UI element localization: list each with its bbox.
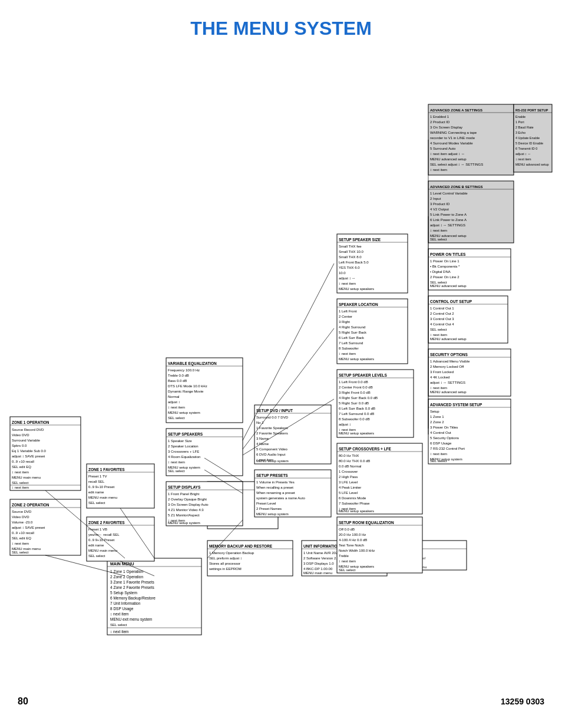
doc-number: 13259 0303 — [501, 697, 544, 706]
svg-text:7 RS-232 Control Port: 7 RS-232 Control Port — [430, 447, 465, 450]
svg-text:Surround  Variable: Surround Variable — [12, 439, 41, 442]
svg-text:4 V2 Output: 4 V2 Output — [430, 207, 449, 211]
svg-text:2 Baud Rate: 2 Baud Rate — [515, 126, 534, 129]
svg-text:2 Center: 2 Center — [339, 315, 352, 318]
svg-text:6 Left Surr Back  0.0 dB: 6 Left Surr Back 0.0 dB — [339, 407, 375, 410]
svg-text:1 Volume in Presets  Yes: 1 Volume in Presets Yes — [256, 480, 295, 484]
svg-text:ZONE 2 OPERATION: ZONE 2 OPERATION — [12, 503, 49, 507]
svg-text:adjust ↕ ↔: adjust ↕ ↔ — [339, 276, 355, 280]
menu-system-diagram: MAIN MENU 1 Zone 1 Operation 2 Zone 2 Op… — [7, 45, 555, 682]
svg-text:↕ next item: ↕ next item — [515, 157, 531, 161]
svg-text:settings in EEPROM: settings in EEPROM — [209, 567, 242, 571]
speaker-size-box: SETUP SPEAKER SIZE Small THX fee Small T… — [337, 234, 408, 293]
svg-text:4 Room Equalization: 4 Room Equalization — [168, 455, 200, 459]
page-container: THE MENU SYSTEM MAIN MENU 1 Zone 1 Opera… — [0, 0, 562, 728]
svg-text:Stores all processor: Stores all processor — [209, 562, 240, 565]
svg-text:ADVANCED ZONE B SETTINGS: ADVANCED ZONE B SETTINGS — [430, 185, 483, 189]
svg-text:4 Zone 2 Favorite Presets: 4 Zone 2 Favorite Presets — [110, 585, 155, 589]
svg-text:80.0 Hz THX: 80.0 Hz THX — [339, 454, 359, 457]
svg-text:7 Unit Information: 7 Unit Information — [110, 601, 141, 605]
svg-text:1 Unit Name  AVR 202+: 1 Unit Name AVR 202+ — [303, 551, 340, 555]
svg-text:2 Power On Line 2: 2 Power On Line 2 — [430, 275, 459, 279]
svg-text:5 Device ID  Enable: 5 Device ID Enable — [515, 141, 543, 145]
svg-text:SETUP SPEAKER LEVELS: SETUP SPEAKER LEVELS — [339, 373, 388, 377]
svg-text:4 Right Surr Back  0.0 dB: 4 Right Surr Back 0.0 dB — [339, 396, 378, 400]
svg-text:POWER ON TITLES: POWER ON TITLES — [430, 252, 466, 256]
svg-text:1 Control Out 1: 1 Control Out 1 — [430, 307, 454, 310]
svg-text:2 Overlay   Opaque Bright: 2 Overlay Opaque Bright — [168, 498, 207, 501]
svg-text:Normal: Normal — [168, 395, 179, 398]
svg-text:8 Subwoofer  0.0 dB: 8 Subwoofer 0.0 dB — [339, 417, 370, 421]
svg-text:ZONE 2 FAVORITES: ZONE 2 FAVORITES — [88, 521, 125, 525]
svg-text:8 Subwoofer: 8 Subwoofer — [339, 347, 359, 350]
svg-text:3 Product ID: 3 Product ID — [430, 202, 450, 206]
svg-text:SETUP SPEAKERS: SETUP SPEAKERS — [168, 432, 203, 436]
svg-text:4 Z1 Monitor Video   4:3: 4 Z1 Monitor Video 4:3 — [168, 508, 204, 512]
svg-text:Test Tone  Notch: Test Tone Notch — [339, 543, 364, 547]
svg-text:adjust ↕: adjust ↕ — [339, 423, 351, 426]
svg-text:6 DVD Audio Input: 6 DVD Audio Input — [256, 453, 286, 456]
svg-text:2 Favorite Speakers: 2 Favorite Speakers — [256, 431, 288, 435]
svg-text:ADVANCED ZONE A SETTINGS: ADVANCED ZONE A SETTINGS — [430, 108, 482, 112]
svg-text:2 Preset Names: 2 Preset Names — [256, 507, 282, 510]
svg-text:MENU main menu: MENU main menu — [12, 476, 41, 479]
svg-text:SETUP SPEAKER SIZE: SETUP SPEAKER SIZE — [339, 238, 381, 242]
svg-text:Enable: Enable — [515, 115, 525, 118]
svg-text:When recalling a preset: When recalling a preset — [256, 486, 293, 489]
svg-text:MENU setup speakers: MENU setup speakers — [339, 431, 374, 435]
svg-text:1 Favorite Speakers: 1 Favorite Speakers — [256, 426, 288, 430]
svg-text:5 Right Surr Back: 5 Right Surr Back — [339, 331, 367, 334]
svg-text:MENU advanced setup: MENU advanced setup — [430, 337, 467, 341]
svg-text:↕ next item: ↕ next item — [110, 630, 128, 634]
svg-text:Spkrs         0.0: Spkrs 0.0 — [12, 444, 27, 447]
svg-text:MENU setup system: MENU setup system — [256, 459, 289, 463]
svg-text:3 Power On Titles: 3 Power On Titles — [430, 426, 458, 429]
svg-text:8 DSP Usage: 8 DSP Usage — [110, 607, 134, 611]
advanced-zone-b-box: ADVANCED ZONE B SETTINGS 1 Level Control… — [428, 181, 514, 243]
speaker-levels-box: SETUP SPEAKER LEVELS 1 Left Front 0.0 dB… — [337, 370, 414, 437]
svg-text:3 Control Out 3: 3 Control Out 3 — [430, 317, 454, 321]
svg-text:3 Crossovers + LFE: 3 Crossovers + LFE — [168, 450, 199, 453]
svg-text:5 Security Options: 5 Security Options — [430, 436, 459, 440]
svg-text:ZONE 1 OPERATION: ZONE 1 OPERATION — [12, 420, 49, 424]
svg-text:6 Link Power to Zone A: 6 Link Power to Zone A — [430, 218, 467, 222]
svg-text:Small THX  8.0: Small THX 8.0 — [339, 255, 362, 259]
svg-text:RS-232 PORT SETUP: RS-232 PORT SETUP — [515, 108, 548, 112]
svg-text:UNIT INFORMATION: UNIT INFORMATION — [303, 544, 340, 548]
svg-text:Source  Record  DVD: Source Record DVD — [12, 428, 44, 431]
svg-text:SEL select: SEL select — [430, 328, 447, 331]
svg-text:↕ next item: ↕ next item — [12, 470, 29, 474]
svg-text:3 On Screen Display  Auto: 3 On Screen Display Auto — [168, 503, 209, 506]
svg-text:SEL select: SEL select — [168, 416, 185, 420]
svg-text:Video    DVD: Video DVD — [12, 515, 29, 519]
svg-text:SETUP CROSSOVERS + LFE: SETUP CROSSOVERS + LFE — [339, 447, 392, 451]
svg-text:adjust ↕: adjust ↕ — [168, 400, 180, 404]
svg-text:SPEAKER LOCATION: SPEAKER LOCATION — [339, 302, 378, 307]
svg-text:4 Right Surround: 4 Right Surround — [339, 325, 365, 329]
svg-text:↕ next item: ↕ next item — [339, 282, 356, 285]
svg-text:1 Advanced Menu  Visible: 1 Advanced Menu Visible — [430, 360, 470, 363]
svg-text:1 Speaker Size: 1 Speaker Size — [168, 439, 192, 443]
svg-text:Small THX  fee: Small THX fee — [339, 245, 362, 248]
svg-text:5 Z1 Monitor/Aspect: 5 Z1 Monitor/Aspect — [168, 513, 200, 517]
svg-text:2 Software   Version 2.07: 2 Software Version 2.07 — [303, 556, 341, 560]
svg-text:2 High Pass: 2 High Pass — [339, 475, 358, 479]
svg-text:3 Right Front  0.0 dB: 3 Right Front 0.0 dB — [339, 391, 371, 394]
svg-text:SETUP ROOM EQUALIZATION: SETUP ROOM EQUALIZATION — [339, 521, 394, 525]
setup-speakers-box: SETUP SPEAKERS 1 Speaker Size 2 Speaker … — [166, 429, 243, 476]
svg-text:recall  SEL: recall SEL — [88, 480, 105, 483]
svg-text:3 Right: 3 Right — [339, 320, 350, 324]
svg-text:3 Name: 3 Name — [256, 437, 269, 440]
svg-text:6 Downmix Mode: 6 Downmix Mode — [339, 496, 366, 500]
svg-text:Off   0.0 dB: Off 0.0 dB — [339, 528, 355, 531]
svg-text:Bass        0.0  dB: Bass 0.0 dB — [168, 379, 187, 383]
svg-text:↕ next item: ↕ next item — [430, 386, 447, 390]
svg-text:SEL  edit EQ: SEL edit EQ — [12, 465, 31, 469]
svg-text:DTS LFE Mode  10.0 kHz: DTS LFE Mode 10.0 kHz — [168, 384, 207, 388]
svg-text:2 Memory Locked  Off: 2 Memory Locked Off — [430, 365, 464, 368]
svg-text:SEL select: SEL select — [88, 501, 105, 505]
svg-text:SEL  edit EQ: SEL edit EQ — [12, 536, 31, 540]
svg-text:SEL select: SEL select — [12, 481, 29, 485]
svg-text:system generates a name  Auto: system generates a name Auto — [256, 496, 305, 500]
svg-text:7 Left Surround  0.0 dB: 7 Left Surround 0.0 dB — [339, 412, 374, 416]
